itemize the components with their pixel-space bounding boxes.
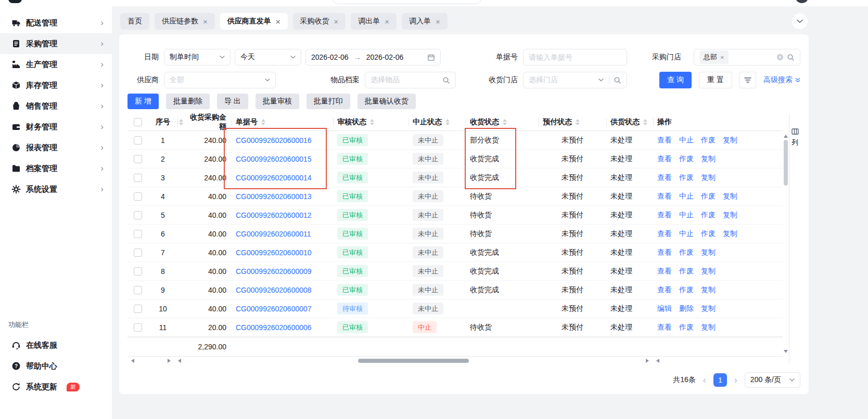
page-size-select[interactable]: 200 条/页 [745,372,800,388]
toolbar-button[interactable]: 导 出 [217,94,248,109]
row-action-link[interactable]: 查看 [657,192,672,201]
toolbar-button[interactable]: 新 增 [127,94,159,109]
tab[interactable]: 调出单× [351,13,397,30]
sidebar-item[interactable]: 销售管理› [0,96,112,116]
horizontal-scrollbar[interactable] [127,358,783,364]
doc-number-link[interactable]: CG0009926020600015 [236,155,312,163]
row-action-link[interactable]: 复制 [723,211,737,220]
scroll-left-arrow[interactable] [129,359,134,363]
avatar[interactable] [795,0,809,3]
row-action-link[interactable]: 查看 [657,136,672,145]
row-action-link[interactable]: 复制 [701,304,716,313]
row-checkbox[interactable] [134,286,142,294]
tab-close-icon[interactable]: × [203,18,208,25]
clear-icon[interactable] [776,54,784,61]
row-action-link[interactable]: 复制 [701,285,716,295]
row-action-link[interactable]: 中止 [679,211,694,220]
row-action-link[interactable]: 查看 [657,323,672,332]
sidebar-item[interactable]: 档案管理› [0,158,112,179]
row-action-link[interactable]: 中止 [679,136,694,145]
tab-close-icon[interactable]: × [334,18,339,25]
toolbar-button[interactable]: 批量确认收货 [358,94,416,109]
toolbar-button[interactable]: 批量打印 [307,94,350,109]
row-action-link[interactable]: 复制 [723,136,737,145]
sidebar-item[interactable]: 采购管理› [0,33,112,54]
row-action-link[interactable]: 作废 [679,267,694,276]
doc-number-link[interactable]: CG0009926020600006 [236,323,312,332]
sidebar-footer-item[interactable]: 系统更新新 [0,376,112,397]
scrollbar-thumb[interactable] [358,359,469,363]
row-action-link[interactable]: 作废 [679,173,694,182]
tab-close-icon[interactable]: × [436,18,440,25]
doc-number-link[interactable]: CG0009926020600008 [236,286,312,294]
row-action-link[interactable]: 作废 [701,229,716,239]
reset-button[interactable]: 重 置 [699,72,732,88]
tab[interactable]: 首页 [120,13,149,30]
row-checkbox[interactable] [134,323,142,332]
scroll-right-arrow[interactable] [168,359,173,363]
row-action-link[interactable]: 复制 [701,173,716,182]
row-checkbox[interactable] [134,192,142,201]
sort-icon[interactable] [445,119,450,125]
scroll-up-arrow[interactable] [784,133,788,138]
tabs-collapse-button[interactable] [792,14,808,29]
tab-close-icon[interactable]: × [276,18,280,25]
row-action-link[interactable]: 复制 [723,229,737,239]
select-all-checkbox[interactable] [134,118,142,126]
scroll-left-arrow[interactable] [654,359,659,363]
date-range-picker[interactable]: 2026-02-06 → 2026-02-06 [305,49,441,66]
row-checkbox[interactable] [134,267,142,276]
doc-number-link[interactable]: CG0009926020600010 [236,248,312,257]
row-action-link[interactable]: 查看 [657,211,672,220]
row-checkbox[interactable] [134,230,142,238]
row-action-link[interactable]: 查看 [657,285,672,295]
topbar-link[interactable]: 客户端下载 [534,0,568,1]
sidebar-footer-item[interactable]: 在线客服 [0,335,112,356]
sidebar-item[interactable]: 配送管理› [0,12,112,33]
row-action-link[interactable]: 删除 [679,304,694,313]
date-type-select[interactable]: 制单时间 [164,49,231,66]
row-action-link[interactable]: 复制 [701,154,716,164]
row-action-link[interactable]: 查看 [657,229,672,239]
row-action-link[interactable]: 作废 [701,192,716,201]
current-page[interactable]: 1 [713,373,727,387]
scroll-down-arrow[interactable] [784,350,788,355]
row-action-link[interactable]: 作废 [701,211,716,220]
doc-no-input[interactable] [523,49,627,66]
purchase-store-select[interactable]: 总部 × [694,49,800,66]
sidebar-item[interactable]: 系统设置› [0,179,112,200]
prev-page-button[interactable]: ‹ [703,375,706,385]
search-icon[interactable] [787,54,795,61]
topbar-link[interactable]: 在线开通? [581,0,611,1]
doc-number-link[interactable]: CG0009926020600007 [236,305,312,313]
toolbar-button[interactable]: 批量删除 [166,94,210,109]
tag-close-icon[interactable]: × [720,54,724,61]
doc-number-link[interactable]: CG0009926020600009 [236,267,312,276]
row-action-link[interactable]: 作废 [679,154,694,164]
sort-icon[interactable] [261,119,265,125]
row-checkbox[interactable] [134,136,142,145]
date-preset-select[interactable]: 今天 [235,49,301,66]
next-page-button[interactable]: › [734,375,737,385]
row-action-link[interactable]: 查看 [657,154,672,164]
row-checkbox[interactable] [134,155,142,163]
row-action-link[interactable]: 复制 [723,192,737,201]
sort-icon[interactable] [179,119,183,125]
row-checkbox[interactable] [134,305,142,313]
doc-number-link[interactable]: CG0009926020600012 [236,211,312,219]
row-action-link[interactable]: 查看 [657,267,672,276]
row-action-link[interactable]: 作废 [679,248,694,257]
global-search-input[interactable] [331,0,482,4]
sort-icon[interactable] [643,119,647,125]
topbar-link[interactable]: 消息中心 [624,0,651,1]
sidebar-item[interactable]: 报表管理› [0,137,112,158]
tab-close-icon[interactable]: × [385,18,389,25]
row-checkbox[interactable] [134,211,142,219]
item-select[interactable]: 选择物品 [365,72,456,88]
search-icon[interactable] [614,76,621,84]
tab[interactable]: 供应链参数× [155,13,215,30]
row-action-link[interactable]: 作废 [701,136,716,145]
vertical-scrollbar[interactable] [783,131,789,357]
row-action-link[interactable]: 中止 [679,192,694,201]
doc-number-link[interactable]: CG0009926020600014 [236,174,312,182]
